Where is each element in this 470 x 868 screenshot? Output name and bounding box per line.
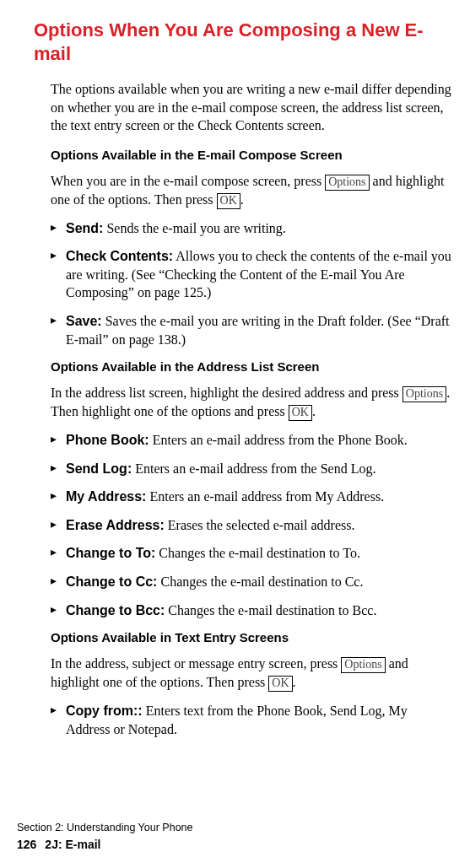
section3-intro-a: In the address, subject or message entry…	[51, 656, 341, 671]
section-heading-compose: Options Available in the E-mail Compose …	[35, 147, 453, 164]
section-heading-text-entry: Options Available in Text Entry Screens	[35, 629, 453, 646]
ok-key: OK	[268, 676, 292, 692]
item-text: Enters an e-mail address from the Phone …	[149, 433, 408, 447]
list-item: Save: Saves the e-mail you are writing i…	[51, 312, 453, 348]
item-label: My Address:	[66, 489, 146, 504]
list-item: Change to Cc: Changes the e-mail destina…	[51, 573, 453, 591]
list-item: Send Log: Enters an e-mail address from …	[51, 460, 453, 478]
list-item: Change to Bcc: Changes the e-mail destin…	[51, 601, 453, 620]
section1-intro-a: When you are in the e-mail compose scree…	[51, 174, 325, 188]
list-item: Send: Sends the e-mail you are writing.	[51, 219, 453, 238]
section3-intro-c: .	[293, 675, 296, 689]
options-key: Options	[341, 657, 385, 673]
item-text: Enters an e-mail address from My Address…	[146, 489, 384, 504]
section3-intro: In the address, subject or message entry…	[35, 655, 453, 692]
options-key: Options	[325, 175, 369, 191]
list-item: Check Contents: Allows you to check the …	[51, 247, 453, 302]
list-item: Change to To: Changes the e-mail destina…	[51, 544, 453, 563]
item-label: Send:	[66, 221, 103, 235]
list-item: Erase Address: Erases the selected e-mai…	[51, 516, 453, 535]
intro-paragraph: The options available when you are writi…	[35, 80, 453, 135]
section1-intro-c: .	[240, 192, 244, 207]
section1-intro: When you are in the e-mail compose scree…	[35, 172, 453, 209]
page-number: 126	[17, 837, 36, 853]
section2-intro-a: In the address list screen, highlight th…	[51, 385, 402, 400]
item-label: Save:	[66, 314, 102, 328]
item-label: Change to Cc:	[66, 574, 157, 589]
ok-key: OK	[289, 405, 312, 421]
footer-page-line: 1262J: E-mail	[17, 837, 193, 853]
item-label: Check Contents:	[66, 249, 173, 263]
section2-intro-c: .	[312, 404, 316, 418]
item-text: Enters an e-mail address from the Send L…	[132, 461, 375, 476]
page-title: Options When You Are Composing a New E-m…	[34, 19, 453, 65]
list-item: Copy from:: Enters text from the Phone B…	[51, 702, 453, 738]
item-label: Phone Book:	[66, 433, 149, 447]
section2-intro: In the address list screen, highlight th…	[35, 384, 453, 421]
item-label: Copy from::	[66, 704, 143, 718]
item-label: Change to Bcc:	[66, 603, 165, 617]
item-text: Saves the e-mail you are writing in the …	[66, 314, 450, 347]
section2-list: Phone Book: Enters an e-mail address fro…	[35, 431, 453, 619]
list-item: My Address: Enters an e-mail address fro…	[51, 488, 453, 506]
options-key: Options	[402, 386, 446, 402]
footer-section: Section 2: Understanding Your Phone	[17, 821, 193, 835]
chapter-label: 2J: E-mail	[45, 838, 100, 851]
item-label: Change to To:	[66, 546, 155, 560]
ok-key: OK	[217, 193, 240, 209]
list-item: Phone Book: Enters an e-mail address fro…	[51, 431, 453, 450]
section1-list: Send: Sends the e-mail you are writing. …	[35, 219, 453, 349]
item-label: Erase Address:	[66, 518, 165, 532]
section3-list: Copy from:: Enters text from the Phone B…	[35, 702, 453, 738]
page-footer: Section 2: Understanding Your Phone 1262…	[17, 821, 193, 853]
item-text: Changes the e-mail destination to To.	[155, 546, 360, 560]
item-text: Sends the e-mail you are writing.	[103, 221, 285, 235]
section-heading-address: Options Available in the Address List Sc…	[35, 359, 453, 375]
item-text: Erases the selected e-mail address.	[165, 518, 355, 532]
item-text: Changes the e-mail destination to Cc.	[157, 574, 363, 589]
item-text: Changes the e-mail destination to Bcc.	[165, 603, 376, 617]
item-label: Send Log:	[66, 461, 132, 476]
